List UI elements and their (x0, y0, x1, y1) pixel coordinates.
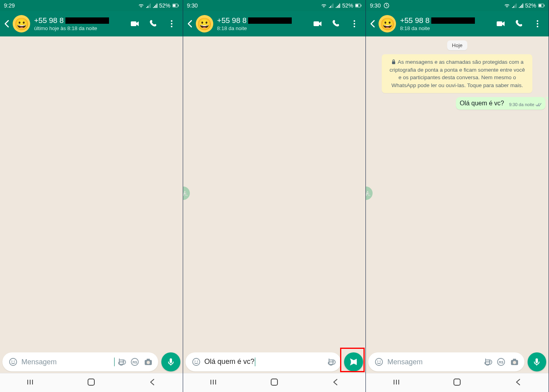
mic-fab[interactable] (528, 352, 546, 371)
video-icon (130, 19, 140, 29)
contact-title-block[interactable]: +55 98 8 8:18 da noite (217, 16, 310, 31)
contact-avatar[interactable]: 😀 (196, 15, 213, 32)
emoji-button[interactable] (6, 355, 20, 369)
status-indicators: 52% (321, 2, 362, 9)
emoji-icon (191, 357, 201, 367)
clock-icon (384, 3, 389, 8)
more-menu-button[interactable] (163, 15, 180, 32)
voice-call-button[interactable] (327, 15, 345, 32)
contact-title-block[interactable]: +55 98 8 último hoje às 8:18 da noite (34, 16, 126, 31)
nav-home-icon (87, 378, 95, 386)
message-input-field[interactable] (368, 352, 524, 371)
video-call-button[interactable] (492, 15, 510, 32)
battery-icon (355, 4, 362, 8)
outgoing-message-row: Olá quem é vc? 9:30 da noite (456, 97, 545, 110)
contact-title-block[interactable]: +55 98 8 8:18 da noite (400, 16, 492, 31)
voice-call-button[interactable] (511, 15, 528, 32)
system-nav-bar (0, 373, 183, 392)
encryption-notice[interactable]: As mensagens e as chamadas são protegida… (382, 54, 532, 93)
contact-avatar[interactable]: 😀 (13, 15, 30, 32)
nav-back-button[interactable] (332, 378, 339, 388)
signal-icon (335, 3, 340, 8)
send-fab[interactable] (344, 352, 363, 371)
lock-icon (391, 59, 396, 65)
currency-icon (496, 357, 506, 367)
attach-button[interactable] (115, 355, 128, 369)
emoji-button[interactable] (189, 355, 203, 369)
message-input-field[interactable]: Olá quem é vc? (186, 352, 341, 371)
nav-home-button[interactable] (453, 378, 461, 388)
camera-icon (143, 357, 153, 367)
message-timestamp: 9:30 da noite (509, 102, 534, 107)
send-icon (349, 357, 358, 367)
status-bar: 9:29 52% (0, 0, 183, 11)
back-button[interactable] (185, 19, 197, 29)
nav-recents-button[interactable] (210, 378, 217, 388)
contact-last-seen: último hoje às 8:18 da noite (34, 25, 126, 31)
chat-body[interactable]: SA Hoje As mensagens e as chamadas são p… (366, 36, 549, 350)
contact-last-seen: 8:18 da noite (217, 25, 310, 31)
mic-fab[interactable] (161, 352, 180, 371)
back-button[interactable] (367, 19, 379, 29)
phone-screen-2: 9:30 52% 😀 +55 98 8 8:18 da noite (183, 0, 366, 392)
nav-recents-icon (27, 378, 34, 386)
nav-home-icon (453, 378, 461, 386)
payment-button[interactable] (494, 355, 508, 369)
encryption-notice-text: As mensagens e as chamadas são protegida… (390, 59, 525, 88)
battery-percent: 52% (159, 2, 170, 9)
phone-screen-1: 9:29 52% 😀 +55 98 8 último hoje às 8:18 … (0, 0, 183, 392)
status-bar: 9:30 52% (183, 0, 366, 11)
wifi-icon (138, 3, 144, 8)
signal-icon-weak (512, 3, 516, 8)
dots-vertical-icon (167, 19, 176, 29)
video-call-button[interactable] (309, 15, 327, 32)
nav-back-icon (332, 378, 339, 386)
phone-icon (515, 19, 524, 29)
battery-icon (538, 4, 545, 8)
contact-avatar[interactable]: 😀 (379, 15, 396, 32)
nav-home-button[interactable] (87, 378, 95, 388)
wifi-icon (321, 3, 327, 8)
phone-screen-3: 9:30 52% 😀 +55 98 8 8:18 da noite (366, 0, 549, 392)
message-text-input[interactable] (20, 358, 115, 366)
nav-home-button[interactable] (270, 378, 278, 388)
attach-button[interactable] (481, 355, 494, 369)
message-text-input-value[interactable]: Olá quem é vc? (205, 358, 254, 365)
signal-icon (153, 3, 157, 8)
redacted-number (431, 17, 475, 24)
chat-body[interactable] (0, 36, 183, 350)
back-button[interactable] (2, 19, 13, 29)
signal-icon (518, 3, 523, 8)
chat-body[interactable]: SA (183, 36, 366, 350)
video-icon (496, 19, 506, 29)
chat-app-bar: 😀 +55 98 8 8:18 da noite (183, 11, 366, 36)
video-call-button[interactable] (126, 15, 144, 32)
camera-button[interactable] (508, 355, 521, 369)
nav-recents-button[interactable] (393, 378, 400, 388)
contact-last-seen: 8:18 da noite (400, 25, 492, 31)
message-input-field[interactable] (2, 352, 158, 371)
status-bar: 9:30 52% (366, 0, 549, 11)
more-menu-button[interactable] (529, 15, 546, 32)
payment-button[interactable] (128, 355, 142, 369)
more-menu-button[interactable] (346, 15, 363, 32)
contact-phone: +55 98 8 (400, 16, 430, 25)
camera-button[interactable] (142, 355, 155, 369)
chat-app-bar: 😀 +55 98 8 8:18 da noite (366, 11, 549, 36)
voice-call-button[interactable] (145, 15, 162, 32)
nav-recents-icon (210, 378, 217, 386)
attach-button[interactable] (324, 355, 338, 369)
outgoing-message-bubble[interactable]: Olá quem é vc? 9:30 da noite (456, 97, 545, 110)
emoji-button[interactable] (372, 355, 386, 369)
message-text-input[interactable] (386, 358, 481, 366)
nav-recents-button[interactable] (27, 378, 34, 388)
currency-icon (130, 357, 140, 367)
status-indicators: 52% (138, 2, 179, 9)
nav-back-button[interactable] (515, 378, 522, 388)
battery-icon (172, 4, 179, 8)
status-indicators: 52% (504, 2, 545, 9)
wifi-icon (504, 3, 510, 8)
nav-back-button[interactable] (149, 378, 156, 388)
phone-icon (149, 19, 158, 29)
contact-phone: +55 98 8 (217, 16, 247, 25)
